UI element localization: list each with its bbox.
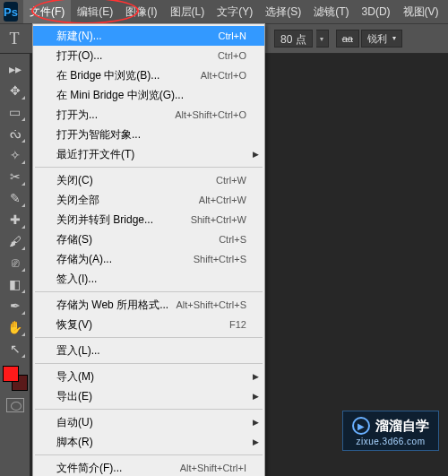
lasso-tool-icon[interactable]: ᔔ — [4, 124, 26, 143]
menubar: Ps 文件(F) 编辑(E) 图像(I) 图层(L) 文字(Y) 选择(S) 滤… — [0, 0, 448, 23]
menu-3d[interactable]: 3D(D) — [356, 0, 397, 23]
menu-separator — [35, 167, 263, 168]
menu-item-label: 导出(E) — [56, 389, 92, 404]
menu-item-shortcut: Shift+Ctrl+W — [191, 214, 246, 225]
menu-item-shortcut: Shift+Ctrl+S — [194, 254, 246, 264]
menu-window[interactable]: 窗口 — [445, 0, 448, 23]
file-menu-item[interactable]: 关闭(C)Ctrl+W — [33, 170, 264, 190]
file-menu-item[interactable]: 文件简介(F)...Alt+Shift+Ctrl+I — [33, 458, 264, 476]
file-menu-item[interactable]: 关闭全部Alt+Ctrl+W — [33, 190, 264, 210]
menu-item-label: 存储为(A)... — [56, 252, 112, 267]
hand-tool-icon[interactable]: ✋ — [4, 317, 26, 337]
watermark-text: 溜溜自学 — [375, 418, 429, 435]
panel-collapse-icon[interactable]: ▸▸ — [4, 59, 26, 79]
file-menu-item[interactable]: 关闭并转到 Bridge...Shift+Ctrl+W — [33, 210, 264, 229]
menu-item-label: 关闭(C) — [56, 173, 93, 188]
file-menu-item[interactable]: 存储(S)Ctrl+S — [33, 229, 264, 249]
move-tool-icon[interactable]: ✥ — [4, 81, 26, 100]
menu-item-shortcut: Alt+Shift+Ctrl+S — [176, 299, 246, 310]
eyedropper-tool-icon[interactable]: ✎ — [4, 188, 26, 208]
chevron-down-icon[interactable]: ▾ — [392, 31, 396, 46]
menu-item-shortcut: Alt+Shift+Ctrl+I — [180, 463, 246, 473]
file-menu-item[interactable]: 存储为(A)...Shift+Ctrl+S — [33, 249, 264, 269]
file-menu-item[interactable]: 最近打开文件(T)▶ — [33, 144, 264, 164]
file-menu-item[interactable]: 置入(L)... — [33, 341, 264, 360]
menu-item-shortcut: F12 — [229, 319, 246, 330]
file-menu-item[interactable]: 导出(E)▶ — [33, 386, 264, 406]
menu-item-label: 在 Bridge 中浏览(B)... — [56, 68, 159, 83]
type-tool-icon[interactable]: T — [5, 29, 23, 48]
submenu-arrow-icon: ▶ — [253, 418, 259, 427]
marquee-tool-icon[interactable]: ▭ — [4, 102, 26, 122]
file-menu-item[interactable]: 打开为...Alt+Shift+Ctrl+O — [33, 105, 264, 125]
crop-tool-icon[interactable]: ✂ — [4, 167, 26, 186]
menu-separator — [35, 409, 263, 410]
menu-item-label: 脚本(R) — [56, 435, 93, 450]
pen-tool-icon[interactable]: ✒ — [4, 296, 26, 316]
menu-item-label: 文件简介(F)... — [56, 461, 122, 476]
menu-edit[interactable]: 编辑(E) — [71, 0, 119, 23]
menu-item-label: 最近打开文件(T) — [56, 147, 134, 162]
submenu-arrow-icon: ▶ — [253, 437, 259, 446]
font-size-value[interactable]: 80 点 — [274, 30, 313, 48]
stamp-tool-icon[interactable]: ⎚ — [4, 253, 26, 273]
menu-item-label: 新建(N)... — [56, 29, 102, 44]
heal-tool-icon[interactable]: ✚ — [4, 210, 26, 229]
menu-image[interactable]: 图像(I) — [119, 0, 163, 23]
menu-view[interactable]: 视图(V) — [397, 0, 445, 23]
file-menu-item[interactable]: 恢复(V)F12 — [33, 315, 264, 334]
arrow-tool-icon[interactable]: ↖ — [4, 339, 26, 359]
menu-item-shortcut: Alt+Ctrl+O — [201, 70, 246, 81]
file-menu-item[interactable]: 新建(N)...Ctrl+N — [33, 26, 264, 46]
quickmask-icon[interactable] — [6, 398, 24, 412]
menu-separator — [35, 363, 263, 364]
menu-item-shortcut: Ctrl+S — [219, 234, 246, 245]
file-menu-item[interactable]: 在 Mini Bridge 中浏览(G)... — [33, 85, 264, 105]
font-size-field[interactable]: 80 点 ▾ — [274, 30, 329, 48]
menu-type[interactable]: 文字(Y) — [211, 0, 259, 23]
menu-item-label: 签入(I)... — [56, 272, 97, 287]
menu-item-label: 打开为智能对象... — [56, 127, 141, 143]
menu-item-label: 导入(M) — [56, 369, 94, 385]
watermark-url: zixue.3d66.com — [356, 437, 425, 446]
file-menu-item[interactable]: 存储为 Web 所用格式...Alt+Shift+Ctrl+S — [33, 295, 264, 315]
chevron-down-icon[interactable]: ▾ — [316, 30, 329, 48]
foreground-swatch[interactable] — [3, 366, 19, 382]
submenu-arrow-icon: ▶ — [253, 392, 259, 401]
menu-item-label: 存储为 Web 所用格式... — [56, 298, 168, 313]
menu-item-shortcut: Ctrl+N — [219, 30, 246, 41]
menu-item-label: 自动(U) — [56, 415, 93, 430]
menu-item-label: 关闭全部 — [56, 193, 99, 208]
tools-panel: ▸▸ ✥ ▭ ᔔ ✧ ✂ ✎ ✚ 🖌 ⎚ ◧ ✒ ✋ ↖ — [0, 54, 30, 476]
menu-item-label: 打开为... — [56, 108, 98, 123]
file-menu-item[interactable]: 在 Bridge 中浏览(B)...Alt+Ctrl+O — [33, 65, 264, 85]
menu-item-label: 存储(S) — [56, 232, 92, 247]
eraser-tool-icon[interactable]: ◧ — [4, 274, 26, 294]
file-menu-item[interactable]: 打开为智能对象... — [33, 125, 264, 144]
menu-item-label: 关闭并转到 Bridge... — [56, 212, 153, 228]
menu-item-label: 在 Mini Bridge 中浏览(G)... — [56, 88, 184, 103]
menu-item-label: 恢复(V) — [56, 317, 92, 333]
file-menu-item[interactable]: 打开(O)...Ctrl+O — [33, 46, 264, 65]
menu-layer[interactable]: 图层(L) — [164, 0, 211, 23]
menu-separator — [35, 454, 263, 455]
file-menu-dropdown: 新建(N)...Ctrl+N打开(O)...Ctrl+O在 Bridge 中浏览… — [32, 23, 265, 476]
file-menu-item[interactable]: 自动(U)▶ — [33, 412, 264, 432]
wand-tool-icon[interactable]: ✧ — [4, 145, 26, 165]
menu-filter[interactable]: 滤镜(T) — [307, 0, 355, 23]
menu-separator — [35, 291, 263, 292]
color-swatches[interactable] — [3, 366, 28, 391]
menu-item-shortcut: Alt+Ctrl+W — [199, 195, 246, 205]
submenu-arrow-icon: ▶ — [253, 150, 259, 159]
play-icon: ▶ — [352, 417, 370, 435]
menu-item-shortcut: Ctrl+W — [216, 175, 246, 186]
file-menu-item[interactable]: 脚本(R)▶ — [33, 432, 264, 452]
brush-tool-icon[interactable]: 🖌 — [4, 231, 26, 251]
antialias-select[interactable]: 锐利 ▾ — [361, 30, 402, 48]
file-menu-item[interactable]: 签入(I)... — [33, 269, 264, 289]
menu-item-shortcut: Alt+Shift+Ctrl+O — [175, 109, 246, 120]
ps-logo-icon: Ps — [4, 2, 18, 22]
menu-file[interactable]: 文件(F) — [23, 0, 71, 23]
file-menu-item[interactable]: 导入(M)▶ — [33, 367, 264, 386]
menu-select[interactable]: 选择(S) — [259, 0, 307, 23]
